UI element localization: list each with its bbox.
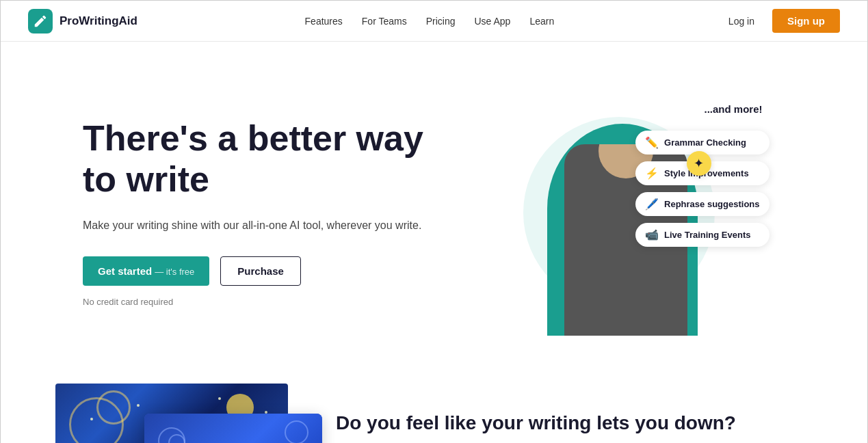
hero-illustration: ✦ ...and more! ✏️ Grammar Checking ⚡ Sty… [503,90,749,336]
star-dot [218,397,221,400]
lower-heading: Do you feel like your writing lets you d… [336,411,813,435]
overlay-painting [144,414,322,443]
star-badge: ✦ [687,151,711,176]
star-dot [90,418,93,420]
logo[interactable]: ProWritingAid [28,9,137,33]
signup-button[interactable]: Sign up [772,9,840,33]
more-tag: ...and more! [704,103,762,115]
nav-features[interactable]: Features [305,16,343,27]
feature-badges: ✏️ Grammar Checking ⚡ Style Improvements… [635,131,769,247]
badge-rephrase: 🖊️ Rephrase suggestions [635,192,769,216]
no-credit-text: No credit card required [83,297,438,307]
hero-buttons: Get started— it's free Purchase [83,256,438,286]
spiral-3 [285,420,308,443]
badge-rephrase-label: Rephrase suggestions [664,199,759,209]
hero-left: There's a better way to write Make your … [83,118,438,306]
nav-for-teams[interactable]: For Teams [362,16,407,27]
purchase-button[interactable]: Purchase [220,256,301,286]
overlay-card: My idea in my head [144,414,322,443]
get-started-suffix: — it's free [155,267,194,277]
lower-section: My idea in my head Do you feel like your… [1,370,867,443]
star-dot [137,404,140,407]
hero-title: There's a better way to write [83,118,438,200]
badge-training: 📹 Live Training Events [635,223,769,247]
badge-training-label: Live Training Events [664,230,750,240]
badge-grammar-label: Grammar Checking [664,137,746,148]
nav-actions: Log in Sign up [722,9,840,33]
get-started-button[interactable]: Get started— it's free [83,256,209,286]
logo-text: ProWritingAid [60,14,137,28]
nav-learn[interactable]: Learn [529,16,554,27]
login-button[interactable]: Log in [722,12,761,31]
hero-section: There's a better way to write Make your … [1,42,867,370]
logo-icon [28,9,53,33]
grammar-icon: ✏️ [645,136,659,149]
nav-pricing[interactable]: Pricing [426,16,456,27]
lower-image-area: My idea in my head [55,384,295,443]
hero-right: ✦ ...and more! ✏️ Grammar Checking ⚡ Sty… [438,83,813,343]
navbar: ProWritingAid Features For Teams Pricing… [1,1,867,42]
hero-subtitle: Make your writing shine with our all-in-… [83,217,438,234]
training-icon: 📹 [645,228,659,241]
lower-text: Do you feel like your writing lets you d… [336,384,813,443]
nav-use-app[interactable]: Use App [474,16,510,27]
rephrase-icon: 🖊️ [645,198,659,211]
page-wrapper: ProWritingAid Features For Teams Pricing… [0,0,868,443]
style-icon: ⚡ [645,167,659,180]
nav-links: Features For Teams Pricing Use App Learn [305,16,555,27]
get-started-label: Get started [98,265,152,277]
logo-svg [33,14,48,29]
